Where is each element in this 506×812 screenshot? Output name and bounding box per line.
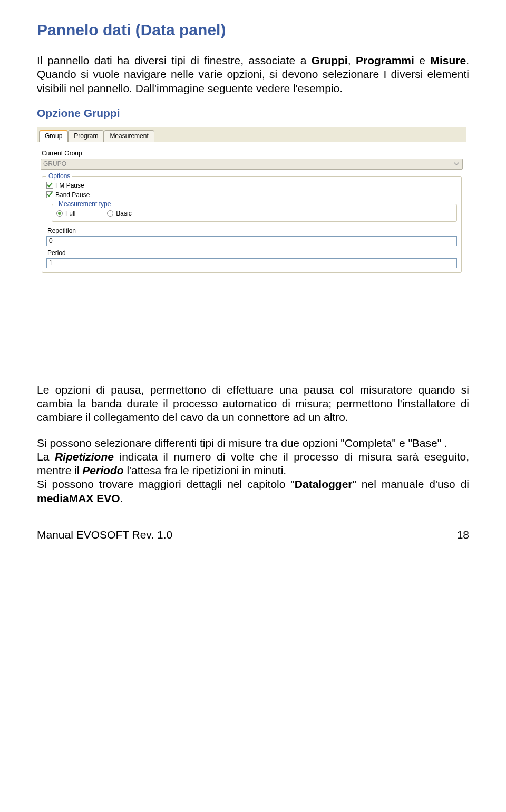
p4b: " nel manuale d'uso di	[353, 478, 470, 490]
intro-b3: Misure	[430, 54, 466, 66]
radio-row: Full Basic	[56, 210, 452, 217]
tab-program[interactable]: Program	[68, 130, 104, 142]
intro-t1: Il pannello dati ha diversi tipi di fine…	[37, 54, 312, 66]
p3-rip: Ripetizione	[55, 451, 114, 463]
p3-per: Periodo	[82, 464, 123, 476]
p4a: Si possono trovare maggiori dettagli nel…	[37, 478, 295, 490]
data-panel-screenshot: Group Program Measurement Current Group …	[37, 127, 466, 369]
measurement-type-fieldset: Measurement type Full Basic	[52, 204, 457, 222]
radio-full[interactable]: Full	[56, 210, 75, 217]
radio-unselected-icon	[107, 210, 113, 217]
fm-pause-checkbox-row[interactable]: FM Pause	[46, 182, 457, 189]
p3a: La	[37, 451, 55, 463]
chevron-down-icon	[452, 160, 460, 168]
body-p3: La Ripetizione indicata il numero di vol…	[37, 450, 469, 478]
p4-mediamax: mediaMAX EVO	[37, 492, 120, 504]
band-pause-label: Band Pause	[55, 191, 90, 199]
page-number: 18	[457, 529, 469, 541]
checkbox-checked-icon	[46, 182, 53, 189]
radio-basic[interactable]: Basic	[107, 210, 131, 217]
page-heading: Pannelo dati (Data panel)	[37, 21, 469, 39]
p4-datalogger: Datalogger	[295, 478, 353, 490]
tab-group[interactable]: Group	[39, 130, 68, 142]
p4c: .	[120, 492, 123, 504]
repetition-label: Repetition	[47, 227, 456, 234]
radio-selected-icon	[56, 210, 63, 217]
body-p2: Si possono selezionare differenti tipi d…	[37, 436, 469, 450]
tab-measurement[interactable]: Measurement	[104, 130, 154, 142]
checkbox-checked-icon	[46, 191, 53, 198]
radio-full-label: Full	[65, 210, 75, 217]
current-group-value: GRUPO	[43, 160, 66, 168]
options-fieldset: Options FM Pause Band Pause Measurement …	[42, 176, 462, 273]
section-title-opzione-gruppi: Opzione Gruppi	[37, 107, 469, 120]
period-label: Period	[47, 249, 456, 257]
fm-pause-label: FM Pause	[55, 182, 84, 189]
radio-basic-label: Basic	[116, 210, 131, 217]
tab-row: Group Program Measurement	[37, 127, 466, 142]
panel-body: Current Group GRUPO Options FM Pause Ban…	[37, 142, 466, 369]
p3c: l'attesa fra le ripetizioni in minuti.	[124, 464, 287, 476]
intro-t2: ,	[348, 54, 356, 66]
current-group-dropdown[interactable]: GRUPO	[41, 159, 463, 170]
current-group-label: Current Group	[42, 150, 462, 157]
options-fieldset-title: Options	[46, 172, 72, 180]
period-input[interactable]	[46, 258, 457, 268]
intro-b2: Programmi	[356, 54, 414, 66]
body-p4: Si possono trovare maggiori dettagli nel…	[37, 477, 469, 505]
body-p1: Le opzioni di pausa, permettono di effet…	[37, 383, 469, 425]
footer: Manual EVOSOFT Rev. 1.0 18	[37, 529, 469, 541]
measurement-type-title: Measurement type	[56, 200, 113, 208]
band-pause-checkbox-row[interactable]: Band Pause	[46, 191, 457, 199]
intro-t3: e	[414, 54, 431, 66]
repetition-input[interactable]	[46, 236, 457, 246]
intro-paragraph: Il pannello dati ha diversi tipi di fine…	[37, 54, 469, 95]
intro-b1: Gruppi	[312, 54, 348, 66]
footer-left: Manual EVOSOFT Rev. 1.0	[37, 529, 172, 541]
